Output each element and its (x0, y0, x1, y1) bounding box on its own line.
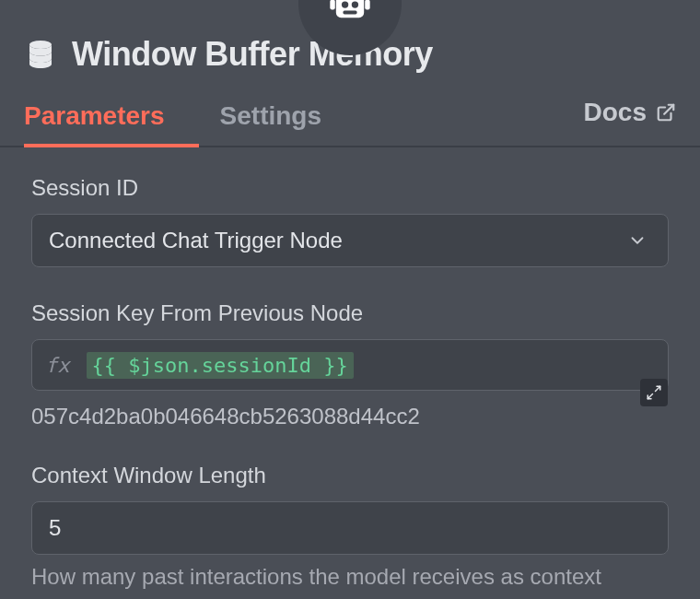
svg-line-10 (648, 394, 652, 399)
context-window-input[interactable] (31, 501, 669, 555)
fx-badge: fx (45, 354, 70, 377)
svg-point-7 (29, 41, 52, 49)
label-session-id: Session ID (31, 175, 669, 201)
content-area: Session ID Connected Chat Trigger Node S… (0, 147, 700, 590)
svg-line-8 (664, 105, 673, 114)
tabs-bar: Parameters Settings Docs (0, 74, 700, 147)
field-session-id: Session ID Connected Chat Trigger Node (31, 175, 669, 267)
docs-link[interactable]: Docs (584, 98, 676, 142)
robot-icon (326, 0, 374, 28)
external-link-icon (656, 102, 676, 123)
docs-label: Docs (584, 98, 647, 127)
session-key-expression-input[interactable]: fx {{ $json.sessionId }} (31, 339, 669, 391)
svg-rect-6 (365, 0, 369, 10)
expression-chip: {{ $json.sessionId }} (87, 352, 354, 379)
tab-settings[interactable]: Settings (220, 94, 321, 146)
field-context-window: Context Window Length How many past inte… (31, 463, 669, 590)
toggle-expression-button[interactable] (640, 379, 668, 406)
svg-rect-0 (336, 0, 364, 18)
chevron-down-icon (627, 230, 648, 251)
context-window-help: How many past interactions the model rec… (31, 564, 669, 590)
svg-point-1 (342, 1, 348, 7)
session-key-resolved: 057c4d2ba0b046648cb5263088d44cc2 (31, 404, 669, 429)
label-session-key: Session Key From Previous Node (31, 300, 669, 326)
label-context-window: Context Window Length (31, 463, 669, 488)
tab-parameters[interactable]: Parameters (24, 94, 165, 146)
svg-rect-5 (330, 0, 334, 10)
expand-icon (646, 384, 662, 401)
svg-line-9 (656, 386, 660, 391)
session-id-value: Connected Chat Trigger Node (49, 228, 343, 253)
svg-rect-3 (343, 11, 356, 15)
session-id-select[interactable]: Connected Chat Trigger Node (31, 214, 669, 267)
svg-point-2 (352, 1, 358, 7)
field-session-key: Session Key From Previous Node fx {{ $js… (31, 300, 669, 429)
database-icon (24, 38, 57, 71)
